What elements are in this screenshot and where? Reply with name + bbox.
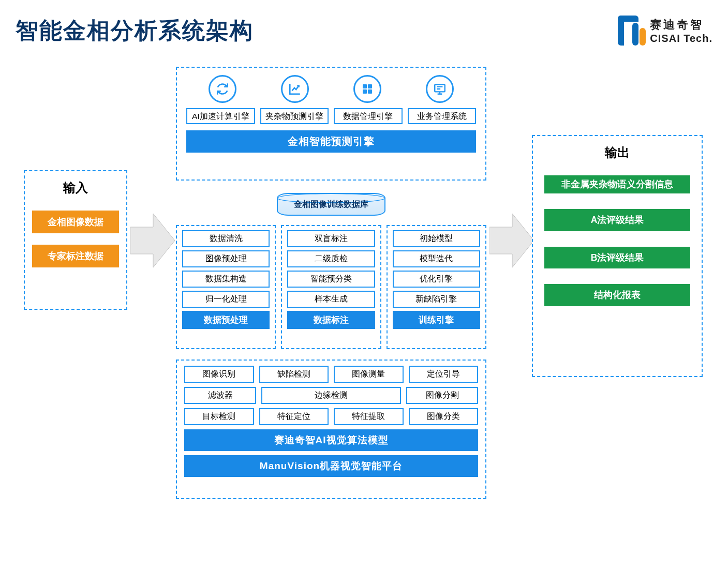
cell-feature-locate: 特征定位 [259, 408, 329, 425]
logo-text-en: CISAI Tech. [650, 33, 712, 44]
output-item-method-b: B法评级结果 [544, 247, 690, 269]
output-title: 输出 [544, 144, 690, 161]
cell-dataset-build: 数据集构造 [182, 271, 270, 288]
cell-image-preproc: 图像预处理 [182, 250, 270, 267]
svg-rect-4 [368, 89, 372, 94]
cell-double-blind: 双盲标注 [287, 230, 375, 247]
output-panel: 输出 非金属夹杂物语义分割信息 A法评级结果 B法评级结果 结构化报表 [532, 135, 703, 377]
database-icon: 金相图像训练数据库 [277, 193, 385, 216]
platform-bar-algorithm: 赛迪奇智AI视觉算法模型 [184, 429, 478, 451]
column-preprocess: 数据清洗 图像预处理 数据集构造 归一化处理 数据预处理 [176, 225, 276, 349]
column-footer-preprocess: 数据预处理 [182, 311, 270, 329]
database-node: 金相图像训练数据库 [176, 193, 486, 216]
refresh-icon [209, 75, 236, 103]
brand-logo: 赛迪奇智 CISAI Tech. [618, 16, 712, 46]
page-title: 智能金相分析系统架构 [16, 16, 254, 46]
cell-defect-detect: 缺陷检测 [259, 366, 329, 383]
logo-mark-icon [618, 16, 644, 46]
output-item-method-a: A法评级结果 [544, 209, 690, 231]
engine-label-biz-mgmt: 业务管理系统 [408, 108, 477, 124]
input-panel: 输入 金相图像数据 专家标注数据 [24, 170, 127, 310]
svg-rect-2 [368, 84, 372, 88]
platform-bar-manuvision: ManuVision机器视觉智能平台 [184, 455, 478, 477]
cell-model-iterate: 模型迭代 [393, 250, 480, 267]
cell-filter: 滤波器 [184, 387, 256, 404]
output-item-segmentation: 非金属夹杂物语义分割信息 [544, 175, 690, 193]
cell-image-classify: 图像分类 [409, 408, 479, 425]
svg-marker-0 [130, 214, 175, 267]
column-training: 初始模型 模型迭代 优化引擎 新缺陷引擎 训练引擎 [387, 225, 486, 349]
cell-feature-extract: 特征提取 [334, 408, 404, 425]
database-label: 金相图像训练数据库 [294, 199, 368, 210]
cell-normalize: 归一化处理 [182, 291, 270, 308]
cell-new-defect: 新缺陷引擎 [393, 291, 480, 308]
cell-image-recog: 图像识别 [184, 366, 254, 383]
cell-image-seg: 图像分割 [406, 387, 478, 404]
chart-up-icon [281, 75, 309, 103]
engine-label-inclusion: 夹杂物预测引擎 [260, 108, 329, 124]
cell-optimize: 优化引擎 [393, 271, 480, 288]
engine-panel: AI加速计算引擎 夹杂物预测引擎 数据管理引擎 业务管理系统 金相智能预测引擎 [176, 67, 486, 181]
cell-locate-guide: 定位引导 [409, 366, 479, 383]
grid-icon [353, 75, 381, 103]
svg-rect-3 [363, 89, 367, 94]
cell-image-measure: 图像测量 [334, 366, 404, 383]
column-footer-training: 训练引擎 [393, 311, 480, 329]
input-item-image-data: 金相图像数据 [32, 211, 119, 233]
cell-smart-preclass: 智能预分类 [287, 271, 375, 288]
svg-rect-5 [435, 84, 445, 92]
platform-panel: 图像识别 缺陷检测 图像测量 定位引导 滤波器 边缘检测 图像分割 目标检测 特… [176, 360, 486, 499]
column-footer-annotation: 数据标注 [287, 311, 375, 329]
output-item-report: 结构化报表 [544, 284, 690, 306]
svg-marker-6 [489, 214, 534, 267]
arrow-right-icon [489, 209, 534, 272]
logo-text-cn: 赛迪奇智 [650, 17, 712, 33]
input-title: 输入 [32, 179, 119, 196]
monitor-icon [426, 75, 454, 103]
cell-qc2: 二级质检 [287, 250, 375, 267]
cell-data-clean: 数据清洗 [182, 230, 270, 247]
engine-label-ai-accel: AI加速计算引擎 [186, 108, 255, 124]
svg-rect-1 [363, 84, 367, 88]
cell-sample-gen: 样本生成 [287, 291, 375, 308]
engine-title-bar: 金相智能预测引擎 [186, 130, 476, 153]
input-item-expert-data: 专家标注数据 [32, 245, 119, 267]
cell-init-model: 初始模型 [393, 230, 480, 247]
cell-target-detect: 目标检测 [184, 408, 254, 425]
column-annotation: 双盲标注 二级质检 智能预分类 样本生成 数据标注 [281, 225, 381, 349]
arrow-right-icon [130, 209, 175, 272]
engine-label-data-mgmt: 数据管理引擎 [334, 108, 403, 124]
cell-edge-detect: 边缘检测 [261, 387, 401, 404]
